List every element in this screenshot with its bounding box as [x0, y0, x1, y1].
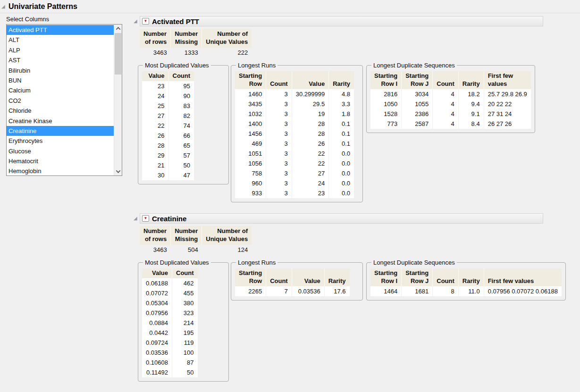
scroll-up-button[interactable]	[114, 25, 122, 33]
red-triangle-menu-button[interactable]: ▼	[142, 18, 149, 25]
table-cell: 0.0	[329, 178, 354, 188]
table-row: 0.07072455	[142, 288, 198, 298]
summary-column-header: Number of rows	[140, 29, 171, 48]
table-cell: 25	[142, 101, 168, 111]
table-cell: 2587	[402, 119, 433, 129]
table-cell: 773	[370, 119, 402, 129]
table-cell: 3	[266, 139, 292, 149]
column-list-item[interactable]: ALP	[7, 45, 114, 55]
column-header: Value	[292, 71, 328, 89]
table-row: 0.0442195	[142, 328, 198, 338]
red-triangle-menu-button[interactable]: ▼	[142, 215, 149, 222]
column-header: Starting Row J	[402, 268, 433, 286]
table-cell: 0.0442	[142, 328, 172, 338]
longest-duplicate-sequences-panel: Longest Duplicate Sequences Starting Row…	[366, 259, 566, 300]
column-header: Starting Row	[235, 268, 266, 286]
disclosure-triangle-icon[interactable]: ◢	[134, 19, 140, 24]
table-row: 2150	[142, 160, 194, 170]
univariate-patterns-window: ◢ Univariate Patterns Select Columns Act…	[0, 0, 580, 392]
column-list-item[interactable]: BUN	[7, 75, 114, 85]
table-row: 14003280.1	[235, 119, 354, 129]
table-row: 226570.0353617.6	[235, 286, 350, 296]
panel-title: Longest Runs	[236, 62, 277, 69]
scrollbar[interactable]	[114, 25, 122, 175]
column-list-item[interactable]: Creatinine	[7, 126, 114, 136]
table-cell: 23	[292, 188, 328, 198]
summary-column-header: Number Missing	[171, 226, 202, 245]
disclosure-triangle-icon[interactable]: ◢	[1, 4, 5, 9]
column-list-item[interactable]: Bilirubin	[7, 66, 114, 75]
longest-duplicate-sequences-panel: Longest Duplicate Sequences Starting Row…	[366, 62, 535, 133]
table-cell: 4.8	[329, 89, 354, 99]
column-header: Count	[433, 71, 459, 89]
table-cell: 50	[172, 367, 198, 377]
table-cell: 9.4	[458, 99, 484, 109]
table-cell: 27 31 24	[484, 109, 531, 119]
window-title-row: ◢ Univariate Patterns	[0, 0, 580, 13]
table-cell: 30	[142, 170, 168, 180]
table-row: 10323191.8	[235, 109, 354, 119]
table-cell: 4	[433, 89, 459, 99]
select-columns-list: Activated PTTALTALPASTBilirubinBUNCalciu…	[6, 24, 122, 176]
column-header: Value	[142, 71, 168, 81]
column-list-item[interactable]: Creatine Kinase	[7, 116, 114, 126]
table-cell: 0.03536	[142, 348, 172, 358]
most-duplicated-values-table: Value Count 0.061884620.070724550.053043…	[142, 268, 198, 377]
column-list-item[interactable]: Hematocrit	[7, 156, 114, 166]
table-row: 0.1149250	[142, 367, 198, 377]
section-header: ◢ ▼ Activated PTT	[134, 16, 572, 27]
panels-row: Most Duplicated Values Value Count 23952…	[138, 62, 572, 202]
page-title: Univariate Patterns	[8, 2, 77, 11]
table-cell: 90	[168, 91, 194, 101]
table-row: 1460330.2999994.8	[235, 89, 354, 99]
column-header: Value	[142, 268, 172, 278]
column-header: Starting Row I	[370, 268, 402, 286]
column-list-item[interactable]: CO2	[7, 96, 114, 106]
table-cell: 0.05304	[142, 298, 172, 308]
table-row: 1528238649.127 31 24	[370, 109, 531, 119]
column-list-item[interactable]: Chloride	[7, 106, 114, 116]
table-cell: 19	[292, 109, 328, 119]
table-cell: 0.0	[329, 168, 354, 178]
column-list-item[interactable]: ALT	[7, 35, 114, 45]
table-cell: 22	[142, 121, 168, 131]
summary-value: 504	[171, 245, 202, 255]
column-header: Rarity	[324, 268, 349, 286]
table-cell: 57	[168, 150, 194, 160]
table-row: 3047	[142, 170, 194, 180]
table-cell: 0.1	[329, 129, 354, 139]
disclosure-triangle-icon[interactable]: ◢	[134, 216, 140, 221]
table-cell: 3	[266, 178, 292, 188]
table-cell: 21	[142, 160, 168, 170]
table-cell: 214	[172, 318, 198, 328]
table-row: 0.05304380	[142, 298, 198, 308]
column-header: First few values	[484, 268, 562, 286]
panel-title: Longest Runs	[236, 259, 277, 266]
column-list-item[interactable]: Hemoglobin	[7, 166, 114, 176]
longest-runs-table: Starting Row Count Value Rarity 1460330.…	[235, 71, 354, 198]
red-triangle-icon: ▼	[144, 19, 148, 23]
longest-runs-panel: Longest Runs Starting Row Count Value Ra…	[231, 62, 363, 202]
table-cell: 3	[266, 188, 292, 198]
scrollbar-thumb[interactable]	[115, 33, 121, 75]
table-row: 0.09724119	[142, 338, 198, 348]
table-cell: 17.6	[324, 286, 349, 296]
column-list-item[interactable]: Glucose	[7, 146, 114, 156]
table-cell: 4	[433, 99, 459, 109]
table-cell: 3	[266, 89, 292, 99]
scroll-down-button[interactable]	[114, 167, 122, 175]
summary-value: 124	[202, 245, 252, 255]
column-list-item[interactable]: Activated PTT	[7, 25, 114, 35]
column-list-item[interactable]: Erythrocytes	[7, 136, 114, 146]
column-list-item[interactable]: Calcium	[7, 85, 114, 95]
table-cell: 0.0	[329, 188, 354, 198]
column-list-items: Activated PTTALTALPASTBilirubinBUNCalciu…	[7, 25, 114, 175]
table-cell: 758	[235, 168, 266, 178]
table-cell: 119	[172, 338, 198, 348]
panels-row: Most Duplicated Values Value Count 0.061…	[138, 259, 572, 382]
table-row: 2274	[142, 121, 194, 131]
column-list-item[interactable]: AST	[7, 55, 114, 65]
table-cell: 22	[292, 149, 328, 158]
table-cell: 11.0	[458, 286, 484, 296]
table-row: 773258748.426 27 26	[370, 119, 531, 129]
